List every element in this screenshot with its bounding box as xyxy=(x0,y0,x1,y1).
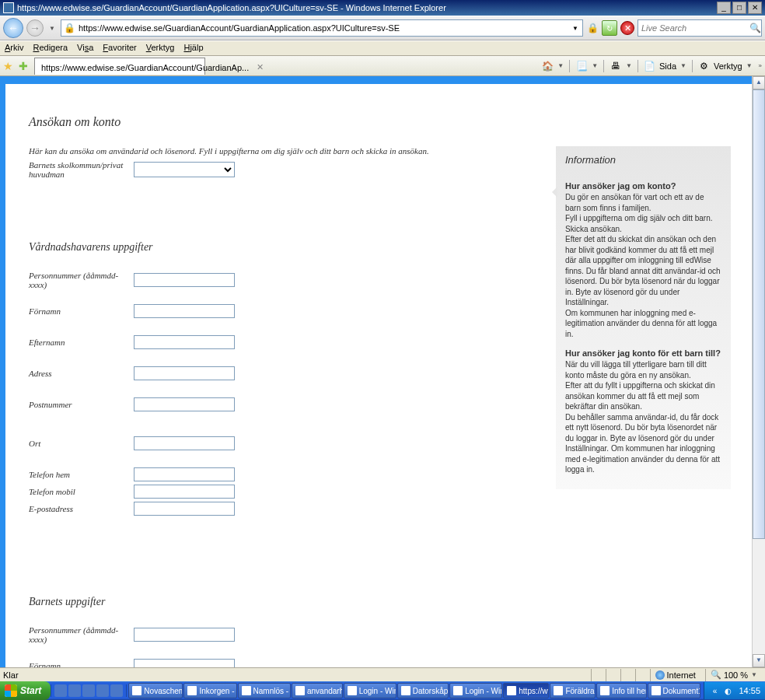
task-item[interactable]: Login - Wind... xyxy=(344,683,396,698)
input-child-personnummer[interactable] xyxy=(134,628,235,642)
label-telefon-hem: Telefon hem xyxy=(29,470,134,479)
scroll-up-button[interactable]: ▲ xyxy=(753,76,765,89)
forward-button[interactable]: → xyxy=(26,19,44,37)
task-item[interactable]: Dokument1 -... xyxy=(648,683,701,698)
label-postnummer: Postnummer xyxy=(29,400,134,409)
guardian-heading: Vårdnadshavarens uppgifter xyxy=(29,241,525,254)
menu-favoriter[interactable]: Favoriter xyxy=(103,43,136,54)
school-municipality-select[interactable] xyxy=(134,162,235,177)
home-dropdown[interactable]: ▼ xyxy=(557,62,564,69)
input-guardian-epost[interactable] xyxy=(134,502,235,516)
task-item[interactable]: Info till hem... xyxy=(596,683,646,698)
security-zone[interactable]: Internet xyxy=(650,669,700,681)
tools-menu-dropdown[interactable]: ▼ xyxy=(746,62,753,69)
menu-redigera[interactable]: Redigera xyxy=(33,43,68,54)
browser-tab[interactable]: https://www.edwise.se/GuardianAccount/Gu… xyxy=(34,58,205,75)
feeds-dropdown[interactable]: ▼ xyxy=(592,62,598,69)
favorites-star-icon[interactable]: ★ xyxy=(3,60,16,72)
vertical-scrollbar[interactable]: ▲ ▼ xyxy=(752,76,765,667)
input-guardian-fornamn[interactable] xyxy=(134,304,235,318)
menu-arkiv[interactable]: Arkiv xyxy=(5,43,23,54)
menu-hjalp[interactable]: Hjälp xyxy=(183,43,203,54)
input-guardian-efternamn[interactable] xyxy=(134,335,235,349)
label-adress: Adress xyxy=(29,369,134,378)
page-title: Ansökan om konto xyxy=(29,115,731,129)
status-seg xyxy=(591,669,601,681)
tools-menu[interactable]: Verktyg xyxy=(714,61,742,71)
input-child-fornamn[interactable] xyxy=(134,659,235,667)
security-lock-icon[interactable]: 🔒 xyxy=(586,22,599,34)
tab-close-icon[interactable]: ✕ xyxy=(257,62,264,72)
print-icon[interactable]: 🖶 xyxy=(610,60,622,72)
status-bar: Klar Internet 🔍100 %▼ xyxy=(0,667,765,681)
tray-icon[interactable]: ◐ xyxy=(722,685,733,696)
info-text: När du vill lägga till ytterligare barn … xyxy=(565,359,721,475)
minimize-button[interactable]: _ xyxy=(717,2,731,14)
history-dropdown[interactable]: ▼ xyxy=(47,20,58,36)
task-item-active[interactable]: https://ww... xyxy=(503,683,549,698)
select-label: Barnets skolkommun/privat huvudman xyxy=(29,160,134,179)
zoom-icon: 🔍 xyxy=(711,670,721,680)
search-input[interactable] xyxy=(641,23,749,33)
menu-visa[interactable]: Visa xyxy=(77,43,93,54)
scroll-down-button[interactable]: ▼ xyxy=(753,654,765,667)
search-icon[interactable]: 🔍 xyxy=(749,23,761,33)
task-item[interactable]: Föräldraråd xyxy=(550,683,596,698)
quick-launch-icon[interactable] xyxy=(68,684,81,697)
menu-bar: Arkiv Redigera Visa Favoriter Verktyg Hj… xyxy=(0,40,765,56)
input-guardian-telefon-hem[interactable] xyxy=(134,467,235,481)
add-favorite-icon[interactable]: ✚ xyxy=(19,60,31,72)
input-guardian-telefon-mobil[interactable] xyxy=(134,485,235,499)
task-item[interactable]: Login - Wind... xyxy=(449,683,502,698)
task-item[interactable]: Inkorgen - M... xyxy=(183,683,236,698)
stop-button[interactable]: ✕ xyxy=(620,21,634,35)
windows-flag-icon xyxy=(5,684,17,697)
window-title: https://www.edwise.se/GuardianAccount/Gu… xyxy=(17,3,446,12)
quick-launch-icon[interactable] xyxy=(96,684,109,697)
print-dropdown[interactable]: ▼ xyxy=(626,62,632,69)
app-icon xyxy=(651,686,661,695)
input-guardian-adress[interactable] xyxy=(134,366,235,380)
quick-launch-icon[interactable] xyxy=(82,684,95,697)
quick-launch-icon[interactable] xyxy=(54,684,67,697)
address-input[interactable] xyxy=(79,21,567,35)
search-box: 🔍 xyxy=(638,19,762,37)
label-child-fornamn: Förnamn xyxy=(29,661,134,667)
page-body: Ansökan om konto Här kan du ansöka om an… xyxy=(5,84,754,667)
chevron-right-icon[interactable]: » xyxy=(759,62,762,69)
input-guardian-personnummer[interactable] xyxy=(134,273,235,287)
status-seg xyxy=(606,669,616,681)
task-item[interactable]: Novaschem -... xyxy=(128,683,183,698)
tools-icon: ⚙ xyxy=(698,60,711,72)
label-efternamn: Efternamn xyxy=(29,338,134,347)
status-seg xyxy=(635,669,645,681)
address-dropdown[interactable]: ▼ xyxy=(570,25,581,32)
back-button[interactable]: ← xyxy=(3,18,23,38)
home-icon[interactable]: 🏠 xyxy=(541,60,554,72)
taskbar-clock[interactable]: 14:55 xyxy=(735,686,760,695)
system-tray: « ◐ 14:55 xyxy=(704,682,765,699)
input-guardian-ort[interactable] xyxy=(134,436,235,450)
input-guardian-postnummer[interactable] xyxy=(134,397,235,411)
status-seg xyxy=(620,669,631,681)
quick-launch-icon[interactable] xyxy=(110,684,123,697)
app-icon xyxy=(453,686,463,695)
scroll-thumb[interactable] xyxy=(753,89,765,539)
zoom-level[interactable]: 🔍100 %▼ xyxy=(705,669,762,681)
refresh-button[interactable]: ↻ xyxy=(602,20,617,36)
page-menu[interactable]: Sida xyxy=(659,61,676,71)
tab-title: https://www.edwise.se/GuardianAccount/Gu… xyxy=(41,63,249,72)
task-item[interactable]: anvandarha... xyxy=(292,683,343,698)
maximize-button[interactable]: □ xyxy=(732,2,746,14)
feeds-icon[interactable]: 📃 xyxy=(575,60,588,72)
start-button[interactable]: Start xyxy=(0,681,51,700)
task-item[interactable]: Namnlös - M... xyxy=(238,683,291,698)
menu-verktyg[interactable]: Verktyg xyxy=(146,43,175,54)
tray-collapse-icon[interactable]: « xyxy=(709,685,720,696)
app-icon xyxy=(554,686,563,695)
task-item[interactable]: Datorskåp fr... xyxy=(397,683,449,698)
info-panel: Information Hur ansöker jag om konto? Du… xyxy=(556,146,731,489)
page-menu-dropdown[interactable]: ▼ xyxy=(680,62,686,69)
close-button[interactable]: ✕ xyxy=(748,2,762,14)
info-question-2: Hur ansöker jag konto för ett barn till? xyxy=(565,348,721,358)
